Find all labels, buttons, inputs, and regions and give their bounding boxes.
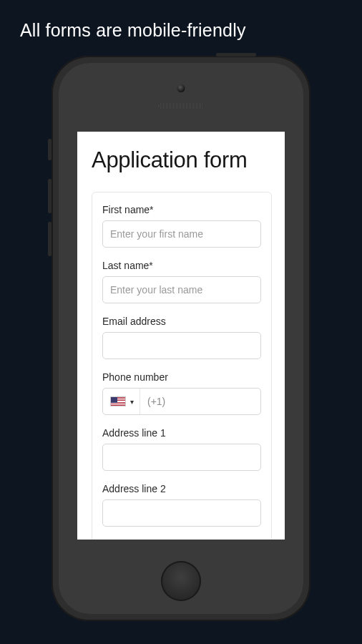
phone-label: Phone number [102, 371, 261, 383]
country-code-select[interactable]: ▾ [103, 389, 140, 414]
first-name-input[interactable] [102, 220, 261, 248]
email-input[interactable] [102, 332, 261, 359]
field-address2: Address line 2 [102, 483, 261, 527]
field-address1: Address line 1 [102, 427, 261, 471]
phone-bezel: Application form First name* Last name* … [59, 63, 303, 614]
us-flag-icon [110, 396, 126, 406]
phone-mockup-frame: Application form First name* Last name* … [52, 56, 310, 621]
phone-home-button [161, 561, 201, 601]
chevron-down-icon: ▾ [130, 398, 134, 406]
phone-volume-down [48, 222, 52, 256]
phone-input-row: ▾ (+1) [102, 388, 261, 415]
field-email: Email address [102, 316, 261, 359]
form-screen: Application form First name* Last name* … [77, 132, 285, 540]
last-name-label: Last name* [102, 260, 261, 271]
form-title: Application form [92, 147, 272, 173]
dial-code: (+1) [140, 396, 165, 407]
phone-camera [177, 84, 185, 92]
address1-input[interactable] [102, 444, 261, 471]
phone-speaker [159, 103, 203, 109]
field-first-name: First name* [102, 204, 261, 248]
last-name-input[interactable] [102, 276, 261, 303]
email-label: Email address [102, 316, 261, 327]
phone-number-input[interactable] [165, 389, 285, 414]
phone-volume-up [48, 179, 52, 213]
phone-mute-switch [48, 139, 52, 160]
field-phone: Phone number ▾ (+1) [102, 371, 261, 415]
field-last-name: Last name* [102, 260, 261, 303]
first-name-label: First name* [102, 204, 261, 215]
address2-label: Address line 2 [102, 483, 261, 494]
page-headline: All forms are mobile-friendly [0, 0, 362, 41]
phone-screen: Application form First name* Last name* … [77, 132, 285, 540]
form-container: First name* Last name* Email address Pho… [92, 192, 272, 540]
address2-input[interactable] [102, 499, 261, 527]
phone-power-button [216, 53, 256, 57]
address1-label: Address line 1 [102, 427, 261, 439]
